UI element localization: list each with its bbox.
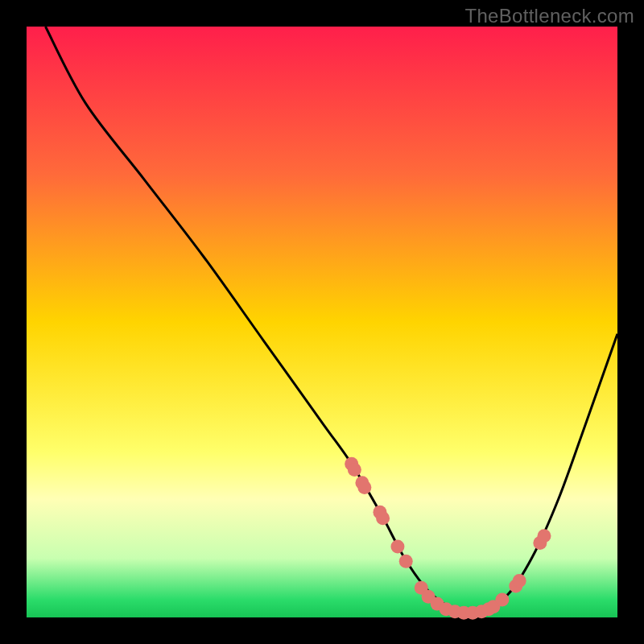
attribution-text: TheBottleneck.com [464, 5, 634, 27]
marker-dot [376, 511, 390, 525]
marker-dot [348, 463, 361, 477]
marker-dot [513, 574, 526, 588]
marker-dot [390, 539, 404, 553]
bottleneck-chart [0, 0, 644, 644]
chart-stage: TheBottleneck.com [0, 0, 644, 644]
plot-background [27, 27, 617, 617]
marker-dot [537, 529, 551, 543]
marker-dot [357, 481, 371, 494]
marker-dot [495, 592, 509, 606]
marker-dot [399, 555, 413, 568]
